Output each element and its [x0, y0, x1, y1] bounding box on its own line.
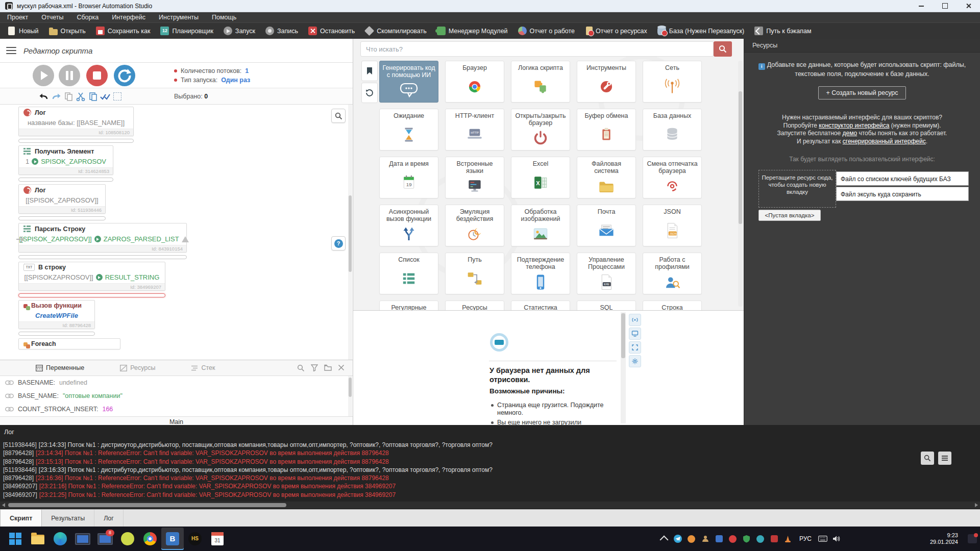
variable-row[interactable]: COUNT_STROKA_INSERT:166 — [0, 403, 353, 416]
log-line-error[interactable]: [384969207][23:21:25] Поток №1 : Referen… — [3, 491, 493, 499]
language-indicator[interactable]: РУС — [799, 535, 812, 542]
script-block-parse-string[interactable]: Парсить Строку [[SPISOK_ZAPROSOV]]ZAPROS… — [18, 223, 187, 253]
palette-card-sql[interactable]: SQL — [577, 300, 636, 310]
canvas-search-button[interactable] — [331, 109, 346, 123]
start-button[interactable] — [4, 528, 27, 550]
palette-scrollbar[interactable] — [738, 61, 743, 307]
resource-field-keys[interactable]: Файл со списком ключей будущих БАЗ — [836, 171, 969, 186]
taskbar-lime-app[interactable] — [116, 528, 139, 550]
preview-signal-button[interactable] — [629, 314, 641, 326]
tab-variables[interactable]: Переменные — [36, 364, 84, 371]
log-line-error[interactable]: [88796428][23:15:13] Поток №1 : Referenc… — [3, 458, 493, 466]
script-block-get-element[interactable]: Получить Элемент 1SPISOK_ZAPROSOV Id: 31… — [18, 145, 113, 175]
variables-filter-button[interactable] — [311, 364, 318, 372]
menu-project[interactable]: Проект — [7, 14, 28, 21]
menu-reports[interactable]: Отчеты — [41, 14, 63, 21]
record-button[interactable]: Запись — [260, 25, 303, 37]
palette-card-browser[interactable]: Браузер — [445, 61, 504, 103]
palette-card-json[interactable]: JSONJSON — [643, 205, 702, 246]
script-block-log-2[interactable]: Лог [[SPISOK_ZAPROSOV]] Id: 511938446 — [18, 184, 106, 214]
palette-search-button[interactable] — [714, 41, 732, 57]
backup-path-button[interactable]: Путь к бэкапам — [749, 25, 816, 37]
tab-stack[interactable]: Стек — [191, 364, 215, 371]
scrollbar-thumb[interactable] — [739, 91, 742, 224]
block-connector[interactable] — [18, 178, 113, 182]
taskbar-hs-app[interactable]: HS — [184, 528, 206, 550]
taskbar-edge[interactable] — [49, 528, 71, 550]
variables-scrollbar[interactable] — [348, 376, 352, 416]
tab-script[interactable]: Скрипт — [0, 510, 42, 527]
scrollbar-thumb[interactable] — [349, 378, 352, 397]
variables-search-button[interactable] — [297, 364, 305, 372]
play-script-button[interactable] — [33, 65, 54, 86]
taskbar-explorer[interactable] — [27, 528, 49, 550]
hamburger-menu-icon[interactable] — [6, 47, 16, 55]
copy-button[interactable] — [62, 90, 75, 103]
palette-card-fingerprint[interactable]: Смена отпечатка браузера — [643, 157, 702, 198]
palette-card-string[interactable]: Строка — [643, 300, 702, 310]
tray-orange-app-icon[interactable] — [687, 534, 696, 543]
tab-resources[interactable]: Ресурсы — [120, 364, 155, 371]
notifications-icon[interactable] — [968, 534, 977, 543]
palette-search-input[interactable] — [360, 41, 714, 57]
script-block-foreach[interactable]: Foreach — [18, 338, 120, 349]
tray-red-app-icon[interactable] — [728, 534, 738, 543]
preview-fullscreen-button[interactable] — [629, 341, 641, 354]
block-connector-error[interactable] — [18, 293, 165, 297]
tray-blue-app-icon[interactable] — [715, 534, 724, 543]
tray-chevron-up-icon[interactable] — [659, 534, 669, 543]
resource-field-excel[interactable]: Файл эксуль куда сохранить — [836, 187, 969, 201]
resources-report-button[interactable]: Отчет о ресурсах — [580, 25, 652, 37]
script-block-call-function[interactable]: Вызов функции CreateWPFile Id: 88796428 — [18, 300, 95, 329]
palette-card-process-management[interactable]: Управление ПроцессамиEXE — [577, 253, 636, 294]
work-report-button[interactable]: Отчет о работе — [513, 25, 580, 37]
menu-interface[interactable]: Интерфейс — [112, 14, 145, 21]
history-button[interactable] — [361, 83, 378, 103]
taskbar-clock[interactable]: 9:23 29.01.2024 — [930, 532, 958, 546]
log-menu-button[interactable] — [938, 452, 951, 465]
cut-button[interactable] — [75, 90, 87, 103]
palette-card-async-call[interactable]: Асинхронный вызов функции — [379, 205, 438, 246]
palette-card-excel[interactable]: ExcelX — [511, 157, 570, 198]
palette-card-regex[interactable]: Регулярные — [379, 300, 438, 310]
demo-link[interactable]: демо — [843, 130, 857, 137]
preview-scrollbar[interactable] — [621, 312, 626, 423]
palette-card-path[interactable]: Путь — [445, 253, 504, 294]
log-line-error[interactable]: [88796428][23:16:36] Поток №1 : Referenc… — [3, 474, 493, 482]
threads-count-row[interactable]: Количество потоков:1 — [174, 67, 250, 74]
palette-card-open-close-browser[interactable]: Открыть/закрыть браузер — [511, 109, 570, 151]
block-connector[interactable] — [18, 255, 187, 259]
tab-log[interactable]: Лог — [94, 510, 124, 527]
menu-help[interactable]: Помощь — [212, 14, 236, 21]
menu-tools[interactable]: Инструменты — [159, 14, 199, 21]
palette-card-phone-verification[interactable]: Подтверждение телефона — [511, 253, 570, 294]
block-connector[interactable] — [18, 332, 95, 336]
tab-results[interactable]: Результаты — [42, 510, 94, 527]
select-all-button[interactable] — [99, 90, 111, 103]
run-button[interactable]: Запуск — [218, 25, 260, 37]
canvas-scrollbar[interactable] — [348, 105, 352, 360]
palette-card-resources[interactable]: Ресурсы — [445, 300, 504, 310]
taskbar-calendar-app[interactable]: 31 — [206, 528, 229, 550]
palette-card-tools[interactable]: Инструменты — [577, 61, 636, 103]
close-button[interactable] — [957, 0, 980, 12]
tray-shield-icon[interactable] — [742, 534, 751, 543]
database-button[interactable]: База (Нужен Перезапуск) — [652, 25, 749, 37]
module-manager-button[interactable]: Менеджер Модулей — [432, 25, 513, 37]
palette-card-embedded-languages[interactable]: Встроенные языки — [445, 157, 504, 198]
preview-monitor-button[interactable] — [629, 328, 641, 340]
undo-button[interactable] — [38, 90, 50, 103]
scrollbar-thumb[interactable] — [621, 313, 625, 358]
create-resource-button[interactable]: + Создать новый ресурс — [818, 86, 905, 99]
log-search-button[interactable] — [921, 452, 934, 465]
variables-close-button[interactable] — [338, 364, 345, 372]
palette-card-datetime[interactable]: Дата и время19 — [379, 157, 438, 198]
palette-card-mail[interactable]: Почта — [577, 205, 636, 246]
favorites-button[interactable] — [361, 61, 378, 81]
selection-mode-button[interactable] — [111, 90, 124, 103]
speaker-icon[interactable] — [832, 534, 841, 543]
restart-script-button[interactable] — [114, 65, 135, 86]
paste-button[interactable] — [87, 90, 99, 103]
block-connector[interactable] — [18, 139, 134, 143]
taskbar-chrome[interactable] — [139, 528, 161, 550]
